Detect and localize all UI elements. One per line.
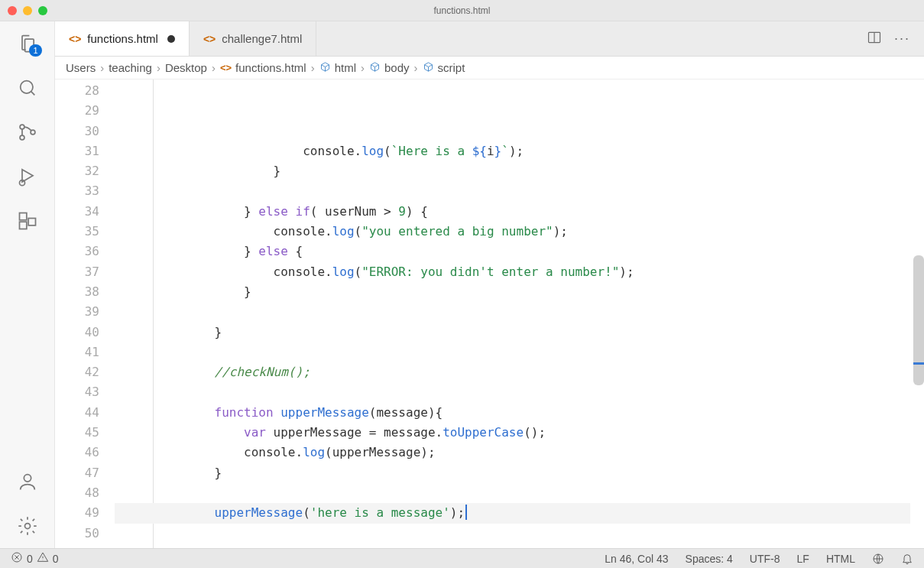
accounts-icon[interactable] bbox=[16, 470, 39, 493]
titlebar: functions.html bbox=[0, 0, 924, 21]
breadcrumb-item: html bbox=[319, 61, 356, 75]
window-title: functions.html bbox=[0, 5, 924, 16]
html-file-icon: <> bbox=[69, 33, 81, 45]
code-line[interactable]: console.log(upperMessage); bbox=[115, 443, 910, 463]
svg-point-9 bbox=[24, 524, 30, 529]
chevron-right-icon: › bbox=[212, 61, 216, 74]
run-debug-icon[interactable] bbox=[16, 165, 39, 188]
tab-label: functions.html bbox=[87, 32, 158, 45]
symbol-icon bbox=[369, 61, 381, 75]
svg-point-2 bbox=[20, 135, 24, 140]
code-line[interactable] bbox=[115, 544, 910, 563]
source-control-icon[interactable] bbox=[16, 121, 39, 144]
chevron-right-icon: › bbox=[100, 61, 104, 74]
chevron-right-icon: › bbox=[157, 61, 160, 74]
code-line[interactable]: console.log("ERROR: you didn't enter a n… bbox=[115, 262, 910, 282]
svg-rect-6 bbox=[19, 222, 26, 229]
scrollbar-thumb[interactable] bbox=[913, 255, 924, 385]
code-line[interactable]: console.log(`Here is a ${i}`); bbox=[115, 141, 910, 161]
code-line[interactable]: function upperMessage(message){ bbox=[115, 403, 910, 423]
tab-label: challenge7.html bbox=[222, 32, 302, 45]
code-line[interactable]: } bbox=[115, 323, 910, 342]
maximize-window-button[interactable] bbox=[38, 6, 47, 15]
code-line[interactable]: upperMessage('here is a message'); bbox=[115, 503, 910, 523]
chevron-right-icon: › bbox=[414, 61, 418, 74]
window-controls bbox=[8, 6, 47, 15]
split-editor-icon[interactable] bbox=[867, 30, 882, 47]
breadcrumb-item: Desktop bbox=[165, 61, 207, 74]
code-line[interactable] bbox=[115, 563, 910, 568]
code-line[interactable]: } bbox=[115, 161, 910, 181]
html-file-icon: <> bbox=[203, 33, 216, 45]
code-line[interactable] bbox=[115, 181, 910, 201]
breadcrumb-item: teaching bbox=[109, 61, 152, 74]
activity-bar: 1 bbox=[0, 21, 55, 548]
minimap[interactable] bbox=[910, 80, 924, 548]
tab-challenge7-html[interactable]: <> challenge7.html bbox=[190, 21, 316, 56]
code-line[interactable] bbox=[115, 524, 910, 544]
explorer-icon[interactable]: 1 bbox=[16, 32, 39, 55]
explorer-badge: 1 bbox=[29, 44, 41, 57]
tab-bar: <> functions.html <> challenge7.html ··· bbox=[55, 21, 924, 57]
code-line[interactable] bbox=[115, 382, 910, 402]
minimap-mark bbox=[913, 362, 924, 365]
settings-gear-icon[interactable] bbox=[16, 514, 39, 537]
svg-point-0 bbox=[20, 81, 32, 93]
code-line[interactable] bbox=[115, 342, 910, 362]
more-actions-icon[interactable]: ··· bbox=[894, 31, 910, 47]
code-line[interactable] bbox=[115, 483, 910, 503]
breadcrumb[interactable]: Users › teaching › Desktop › <>functions… bbox=[55, 57, 924, 80]
warning-icon bbox=[37, 551, 49, 566]
dirty-indicator-icon bbox=[167, 35, 175, 43]
code-area[interactable]: console.log(`Here is a ${i}`); } } else … bbox=[115, 80, 910, 548]
error-icon bbox=[11, 551, 23, 566]
code-line[interactable]: var upperMessage = message.toUpperCase()… bbox=[115, 423, 910, 443]
code-line[interactable]: console.log("you entered a big number"); bbox=[115, 222, 910, 242]
svg-point-1 bbox=[20, 125, 24, 129]
svg-rect-7 bbox=[28, 219, 35, 226]
line-number-gutter: 2829303132333435363738394041424344454647… bbox=[55, 80, 115, 548]
chevron-right-icon: › bbox=[311, 61, 315, 74]
breadcrumb-item: <>functions.html bbox=[220, 61, 306, 74]
extensions-icon[interactable] bbox=[16, 209, 39, 232]
code-line[interactable]: } else if( userNum > 9) { bbox=[115, 202, 910, 222]
breadcrumb-item: Users bbox=[66, 61, 96, 74]
svg-point-8 bbox=[24, 475, 31, 482]
code-line[interactable] bbox=[115, 302, 910, 322]
search-icon[interactable] bbox=[16, 76, 39, 99]
code-line[interactable]: //checkNum(); bbox=[115, 362, 910, 382]
editor[interactable]: 2829303132333435363738394041424344454647… bbox=[55, 80, 924, 548]
tab-functions-html[interactable]: <> functions.html bbox=[55, 21, 190, 56]
breadcrumb-item: body bbox=[369, 61, 410, 75]
code-line[interactable]: } bbox=[115, 463, 910, 483]
symbol-icon bbox=[423, 61, 434, 75]
chevron-right-icon: › bbox=[361, 61, 365, 74]
code-line[interactable]: } else { bbox=[115, 242, 910, 261]
code-line[interactable]: } bbox=[115, 282, 910, 302]
html-file-icon: <> bbox=[220, 62, 232, 73]
svg-rect-5 bbox=[19, 213, 26, 220]
minimize-window-button[interactable] bbox=[23, 6, 32, 15]
problems-status[interactable]: 0 0 bbox=[11, 551, 59, 566]
svg-point-3 bbox=[31, 130, 35, 135]
breadcrumb-item: script bbox=[423, 61, 465, 75]
symbol-icon bbox=[319, 61, 331, 75]
close-window-button[interactable] bbox=[8, 6, 17, 15]
